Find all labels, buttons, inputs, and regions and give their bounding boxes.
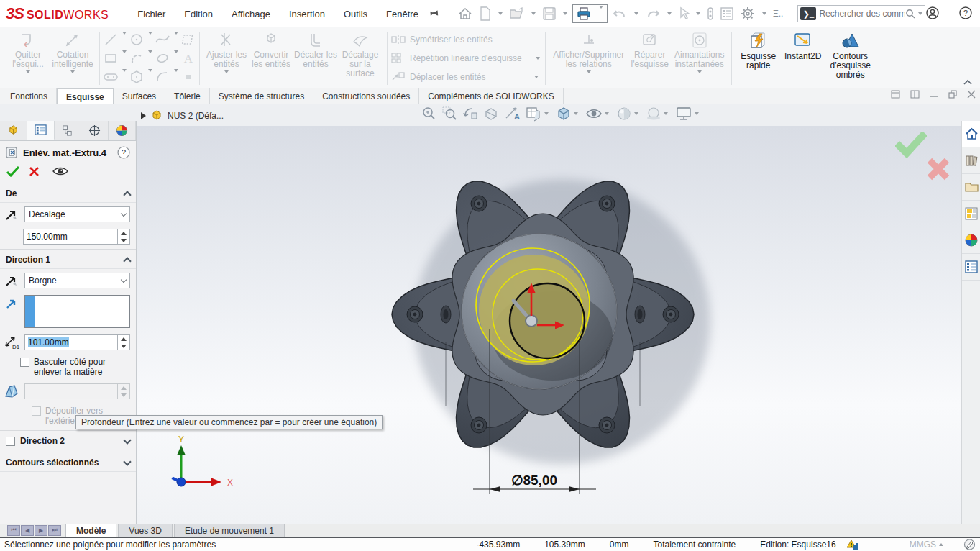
sketch-filter-icon[interactable]: A xyxy=(504,106,520,122)
new-document-button[interactable] xyxy=(477,5,493,22)
trim-entities-button[interactable]: Ajuster les entités xyxy=(204,29,249,88)
ellipse-tool-icon[interactable] xyxy=(155,50,170,66)
zoom-fit-icon[interactable] xyxy=(421,106,436,122)
direction2-section-header[interactable]: Direction 2 xyxy=(0,431,136,450)
from-type-combo[interactable]: Décalage xyxy=(24,206,130,222)
doc-minimize-icon[interactable] xyxy=(930,90,938,99)
account-icon[interactable] xyxy=(925,6,940,22)
tree-expand-icon[interactable] xyxy=(141,112,146,119)
units-label[interactable]: MMGS xyxy=(910,539,936,550)
end-condition-combo[interactable]: Borgne xyxy=(24,273,130,288)
tag-editor-icon[interactable] xyxy=(963,539,976,550)
tab-esquisse[interactable]: Esquisse xyxy=(57,88,114,104)
task-custom-props-tab[interactable] xyxy=(962,254,980,281)
tile-horizontal-icon[interactable] xyxy=(891,90,900,99)
depth-arrows[interactable] xyxy=(117,335,129,350)
polygon-tool-icon[interactable] xyxy=(129,69,145,85)
task-appearances-tab[interactable] xyxy=(962,227,980,254)
prev-tab-button[interactable]: ◀ xyxy=(21,525,34,536)
task-design-library-tab[interactable] xyxy=(962,174,980,201)
part-name[interactable]: NUS 2 (Défa... xyxy=(168,111,224,121)
options-list-icon[interactable] xyxy=(718,5,736,22)
contours-section-header[interactable]: Contours sélectionnés xyxy=(0,452,136,472)
arc-tool-icon[interactable] xyxy=(129,50,145,66)
menu-outils[interactable]: Outils xyxy=(344,9,367,19)
configuration-manager-tab[interactable] xyxy=(55,121,82,140)
direction1-section-header[interactable]: Direction 1 xyxy=(0,250,136,269)
feature-manager-tab[interactable] xyxy=(0,121,27,140)
pm-help-icon[interactable]: ? xyxy=(117,146,130,159)
redo-caret-icon[interactable] xyxy=(667,12,672,15)
move-entities-button[interactable]: Déplacer les entités xyxy=(390,70,542,84)
shaded-contours-button[interactable]: Contours d'esquisse ombrés xyxy=(825,29,876,88)
viewport[interactable]: ∅85,00 Y X xyxy=(137,126,961,524)
model-tab[interactable]: Modèle xyxy=(65,524,116,537)
direction2-expand-icon[interactable] xyxy=(123,436,131,444)
next-tab-button[interactable]: ▶ xyxy=(35,525,47,536)
cancel-icon[interactable] xyxy=(29,166,40,177)
ok-icon[interactable] xyxy=(6,165,20,177)
offset-entities-button[interactable]: Décaler les entités xyxy=(293,29,338,88)
from-offset-spinner[interactable]: 150.00mm xyxy=(23,229,130,245)
from-offset-arrows[interactable] xyxy=(117,229,129,244)
task-resources-tab[interactable] xyxy=(962,147,980,174)
print-button[interactable] xyxy=(573,5,595,22)
display-style-icon[interactable] xyxy=(556,106,580,122)
search-caret-icon[interactable] xyxy=(918,12,922,15)
smart-dimension-button[interactable]: Cotation intelligente xyxy=(50,29,95,88)
contours-expand-icon[interactable] xyxy=(123,457,131,465)
confirm-ok-button[interactable] xyxy=(895,132,927,160)
exit-sketch-button[interactable]: Quitter l'esqui... xyxy=(6,29,50,88)
open-button[interactable] xyxy=(508,5,526,22)
tile-vertical-icon[interactable] xyxy=(910,90,920,99)
open-caret-icon[interactable] xyxy=(531,12,536,15)
hide-show-icon[interactable] xyxy=(585,106,611,122)
drag-handle-knob[interactable] xyxy=(526,315,537,327)
task-explorer-tab[interactable] xyxy=(962,201,980,227)
direction1-collapse-icon[interactable] xyxy=(123,257,131,265)
rectangle-tool-icon[interactable] xyxy=(103,50,119,66)
doc-restore-icon[interactable] xyxy=(948,90,957,99)
repair-sketch-button[interactable]: Réparer l'esquisse xyxy=(628,29,672,88)
new-caret-icon[interactable] xyxy=(498,12,503,15)
selection-filter-icon[interactable] xyxy=(705,5,715,22)
scene-icon[interactable] xyxy=(646,106,670,122)
help-icon[interactable]: ? xyxy=(958,6,973,22)
undo-caret-icon[interactable] xyxy=(634,12,638,15)
settings-gear-icon[interactable] xyxy=(738,4,757,23)
home-button[interactable] xyxy=(456,5,475,22)
from-section-header[interactable]: De xyxy=(0,183,136,203)
from-collapse-icon[interactable] xyxy=(123,191,131,199)
tab-surfaces[interactable]: Surfaces xyxy=(114,88,165,104)
menu-insertion[interactable]: Insertion xyxy=(289,9,325,19)
section-view-icon[interactable] xyxy=(483,106,499,122)
direction-reference-box[interactable] xyxy=(24,295,130,328)
tab-structures[interactable]: Système de structures xyxy=(210,88,313,104)
instant-snaps-button[interactable]: Aimantations instantanées xyxy=(672,29,727,88)
flip-side-checkbox[interactable] xyxy=(20,358,29,367)
tab-soudees[interactable]: Constructions soudées xyxy=(313,88,419,104)
menu-edition[interactable]: Edition xyxy=(184,9,213,19)
fillet-tool-icon[interactable] xyxy=(155,69,170,85)
spline-tool-icon[interactable] xyxy=(155,32,170,47)
search-input[interactable] xyxy=(819,9,905,19)
zoom-area-icon[interactable] xyxy=(441,106,457,122)
undo-button[interactable] xyxy=(610,6,629,22)
line-tool-icon[interactable] xyxy=(103,32,119,47)
menu-fichier[interactable]: Fichier xyxy=(137,9,165,19)
reverse-direction-icon[interactable] xyxy=(3,272,20,289)
menu-affichage[interactable]: Affichage xyxy=(232,9,270,19)
depth-spinner[interactable]: 101.00mm xyxy=(24,334,130,350)
draft-angle-spinner[interactable] xyxy=(24,383,130,399)
instant2d-button[interactable]: Instant2D xyxy=(781,29,825,88)
slot-tool-icon[interactable] xyxy=(103,69,119,85)
menu-fenetre[interactable]: Fenêtre xyxy=(386,9,418,19)
direction2-checkbox[interactable] xyxy=(6,437,15,446)
point-tool-icon[interactable] xyxy=(180,69,196,85)
text-tool-icon[interactable]: A xyxy=(180,50,196,66)
tab-fonctions[interactable]: Fonctions xyxy=(1,88,57,104)
first-tab-button[interactable]: ⏮ xyxy=(7,525,20,536)
print-caret-icon[interactable] xyxy=(595,9,607,19)
ribbon-collapse-icon[interactable] xyxy=(963,78,973,85)
view-settings-icon[interactable] xyxy=(675,106,701,122)
